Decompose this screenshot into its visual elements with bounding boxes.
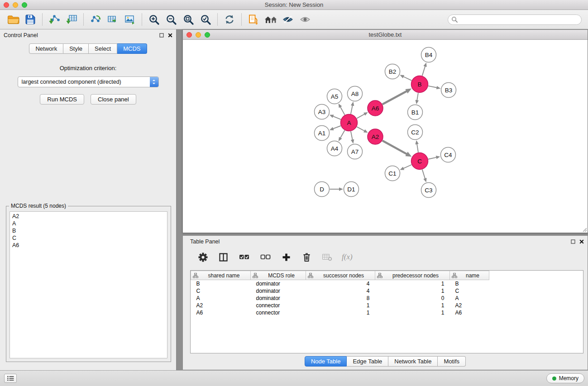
export-network-button[interactable] [87,11,104,28]
select-all-rows-button[interactable] [237,249,251,265]
graph-node-B3[interactable]: B3 [441,83,456,98]
function-builder-button[interactable]: f(x) [342,253,353,262]
save-session-button[interactable] [22,11,39,28]
graph-edge-A-A5[interactable] [340,107,345,115]
graph-node-A5[interactable]: A5 [327,89,342,104]
import-network-button[interactable] [46,11,63,28]
graph-node-B2[interactable]: B2 [385,64,400,79]
graph-edge-C-C3[interactable] [422,170,425,179]
control-tab-network[interactable]: Network [29,43,63,54]
table-row[interactable]: Cdominator41C [191,287,583,295]
graph-node-D1[interactable]: D1 [344,182,359,197]
graph-node-C3[interactable]: C3 [421,183,436,198]
column-header-successor-nodes[interactable]: successor nodes [306,271,375,280]
add-column-button[interactable] [280,249,292,265]
task-history-button[interactable] [4,374,17,383]
column-header-shared-name[interactable]: shared name [191,271,251,280]
close-panel-icon[interactable] [168,33,172,38]
search-input[interactable] [448,14,582,25]
table-tab-network-table[interactable]: Network Table [388,356,438,367]
table-tab-edge-table[interactable]: Edge Table [347,356,388,367]
graph-edge-B-B3[interactable] [428,86,437,88]
graph-node-C2[interactable]: C2 [408,125,423,140]
column-header-name[interactable]: name [450,271,489,280]
mcds-result-item[interactable]: A2 [10,213,167,220]
show-columns-button[interactable] [217,249,229,265]
graph-edge-A-A3[interactable] [333,116,341,119]
table-tab-motifs[interactable]: Motifs [438,356,466,367]
graph-node-A6[interactable]: A6 [368,100,383,116]
float-panel-icon[interactable] [571,239,575,244]
graph-node-A8[interactable]: A8 [348,86,363,101]
control-tab-select[interactable]: Select [89,43,117,54]
graph-edge-A-A2[interactable] [357,127,364,131]
table-row[interactable]: Bdominator41B [191,280,583,287]
close-window-button[interactable] [4,2,9,8]
hide-graphics-details-button[interactable] [279,11,296,28]
column-header-predecessor-nodes[interactable]: predecessor nodes [375,271,450,280]
graph-edge-B-B4[interactable] [422,66,425,76]
control-tab-style[interactable]: Style [63,43,89,54]
mcds-result-item[interactable]: B [10,227,167,234]
table-row[interactable]: A6connector11A6 [191,309,583,316]
close-panel-icon[interactable] [579,239,584,244]
export-image-button[interactable] [121,11,139,28]
zoom-in-button[interactable] [145,11,163,28]
graph-edge-B-B2[interactable] [403,76,412,81]
table-row[interactable]: A2connector11A2 [191,302,583,309]
zoom-selected-button[interactable] [197,11,214,28]
graph-edge-A-A4[interactable] [340,130,345,138]
mcds-result-item[interactable]: A6 [10,242,167,249]
graph-node-A7[interactable]: A7 [348,144,363,159]
delete-column-button[interactable] [300,249,313,265]
graph-node-C4[interactable]: C4 [441,148,456,162]
graph-node-B1[interactable]: B1 [408,105,423,120]
export-table-button[interactable] [104,11,121,28]
graph-node-B4[interactable]: B4 [421,48,436,62]
graph-node-A2[interactable]: A2 [368,129,383,144]
graph-edge-C-C1[interactable] [403,165,412,168]
graph-edge-B-B1[interactable] [417,93,418,100]
graph-edge-C-C2[interactable] [417,144,418,152]
mcds-result-item[interactable]: C [10,234,167,242]
graph-edge-A6-B[interactable] [382,91,407,104]
column-header-MCDS-role[interactable]: MCDS role [251,271,306,280]
graph-node-D[interactable]: D [315,182,330,197]
zoom-window-button[interactable] [22,2,27,8]
graph-edge-C-C4[interactable] [428,157,437,159]
graph-node-A3[interactable]: A3 [315,105,330,119]
graph-node-A[interactable]: A [341,114,358,131]
graph-edge-A-A7[interactable] [351,131,353,140]
control-tab-mcds[interactable]: MCDS [117,43,147,54]
table-tab-node-table[interactable]: Node Table [305,356,347,367]
zoom-fit-button[interactable] [180,11,197,28]
graph-node-C1[interactable]: C1 [385,166,400,181]
run-mcds-button[interactable]: Run MCDS [40,94,84,105]
graph-node-A1[interactable]: A1 [315,126,330,141]
graph-node-A4[interactable]: A4 [327,141,342,156]
import-table-button[interactable] [63,11,80,28]
float-panel-icon[interactable] [159,33,164,38]
memory-button[interactable]: Memory [546,373,584,383]
graph-edge-A-A8[interactable] [351,105,353,114]
delete-table-button[interactable] [320,249,334,265]
criterion-dropdown[interactable]: largest connected component (directed) [18,76,159,87]
zoom-out-button[interactable] [163,11,180,28]
deselect-all-rows-button[interactable] [258,249,272,265]
table-settings-button[interactable] [196,249,209,265]
graph-node-B[interactable]: B [411,76,428,93]
table-row[interactable]: Adominator80A [191,295,583,302]
resize-grip-icon[interactable] [582,227,587,232]
show-graphics-details-button[interactable] [296,11,314,28]
open-session-document-button[interactable] [245,11,262,28]
refresh-view-button[interactable] [221,11,238,28]
close-panel-button[interactable]: Close panel [91,94,136,105]
graph-edge-A-A1[interactable] [333,126,341,129]
network-canvas[interactable]: B4B2BB3A5A8A6B1A3AC2A1A2A4A7CC4C1C3DD1 [183,40,588,233]
home-view-button[interactable] [262,11,279,28]
graph-node-C[interactable]: C [411,153,428,170]
mcds-result-item[interactable]: A [10,220,167,227]
open-file-button[interactable] [5,11,22,28]
graph-edge-A-A6[interactable] [357,114,365,119]
minimize-window-button[interactable] [13,2,18,8]
